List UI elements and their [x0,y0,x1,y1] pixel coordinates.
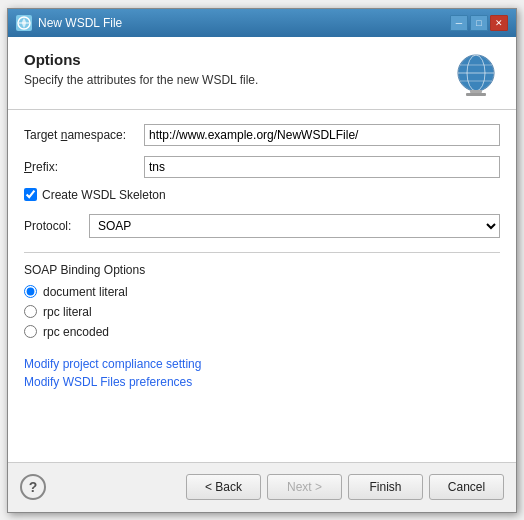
protocol-label: Protocol: [24,219,89,233]
header-globe-icon [452,51,500,99]
svg-rect-10 [466,93,486,96]
dialog-window: New WSDL File ─ □ ✕ Options Specify the … [7,8,517,513]
header-subtitle: Specify the attributes for the new WSDL … [24,73,258,87]
finish-button[interactable]: Finish [348,474,423,500]
target-namespace-row: Target namespace: [24,124,500,146]
close-button[interactable]: ✕ [490,15,508,31]
target-namespace-input[interactable] [144,124,500,146]
window-icon [16,15,32,31]
binding-options-title: SOAP Binding Options [24,263,500,277]
links-section: Modify project compliance setting Modify… [24,345,500,397]
radio-document-literal-row: document literal [24,285,500,299]
radio-rpc-encoded-label: rpc encoded [43,325,109,339]
target-namespace-label: Target namespace: [24,128,144,142]
create-skeleton-row: Create WSDL Skeleton [24,188,500,202]
dialog-footer: ? < Back Next > Finish Cancel [8,462,516,512]
maximize-button[interactable]: □ [470,15,488,31]
radio-rpc-literal[interactable] [24,305,37,318]
footer-left: ? [20,474,46,500]
back-button[interactable]: < Back [186,474,261,500]
svg-rect-9 [470,90,482,93]
radio-rpc-encoded[interactable] [24,325,37,338]
window-title: New WSDL File [38,16,122,30]
create-skeleton-label: Create WSDL Skeleton [42,188,166,202]
minimize-button[interactable]: ─ [450,15,468,31]
compliance-link[interactable]: Modify project compliance setting [24,357,500,371]
titlebar-buttons: ─ □ ✕ [450,15,508,31]
header-title: Options [24,51,258,68]
next-button[interactable]: Next > [267,474,342,500]
prefix-row: Prefix: [24,156,500,178]
titlebar-left: New WSDL File [16,15,122,31]
radio-rpc-literal-row: rpc literal [24,305,500,319]
prefix-input[interactable] [144,156,500,178]
cancel-button[interactable]: Cancel [429,474,504,500]
protocol-select[interactable]: SOAP HTTP [89,214,500,238]
radio-document-literal[interactable] [24,285,37,298]
dialog-content: Options Specify the attributes for the n… [8,37,516,512]
preferences-link[interactable]: Modify WSDL Files preferences [24,375,500,389]
radio-rpc-literal-label: rpc literal [43,305,92,319]
titlebar: New WSDL File ─ □ ✕ [8,9,516,37]
protocol-row: Protocol: SOAP HTTP [24,214,500,238]
header-text: Options Specify the attributes for the n… [24,51,258,87]
dialog-header: Options Specify the attributes for the n… [8,37,516,110]
help-button[interactable]: ? [20,474,46,500]
separator [24,252,500,253]
form-section: Target namespace: Prefix: Create WSDL Sk… [8,110,516,462]
footer-right: < Back Next > Finish Cancel [186,474,504,500]
prefix-label: Prefix: [24,160,144,174]
create-skeleton-checkbox[interactable] [24,188,37,201]
radio-document-literal-label: document literal [43,285,128,299]
radio-rpc-encoded-row: rpc encoded [24,325,500,339]
